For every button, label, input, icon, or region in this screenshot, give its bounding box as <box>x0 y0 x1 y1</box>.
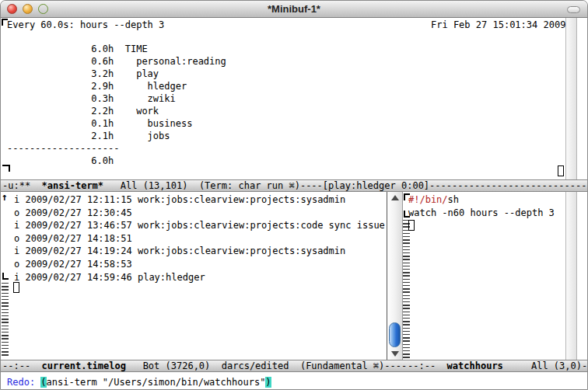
minibuffer[interactable]: Redo: (ansi-term "/Users/simon/bin/watch… <box>1 374 587 390</box>
script-scrollbar[interactable] <box>565 192 577 360</box>
scroll-up-arrow-icon[interactable] <box>391 195 399 200</box>
term-cursor <box>558 165 564 176</box>
modeline-ansi-term[interactable]: -u:** *ansi-term* All (13,101) (Term: ch… <box>1 179 588 192</box>
modeline-buffer-name[interactable]: current.timelog <box>42 360 126 371</box>
modeline-buffer-name[interactable]: watchhours <box>447 360 503 371</box>
timelog-cursor <box>13 282 19 293</box>
script-line-2[interactable]: watch -n60 hours --depth 3 <box>408 207 555 220</box>
scrollbar-thumb[interactable] <box>389 322 401 347</box>
window-title: *Minibuf-1* <box>1 3 587 15</box>
modeline-info: All (13,101) (Term: char run ⌘)----[play… <box>103 180 588 191</box>
script-line-1[interactable]: #!/bin/sh <box>408 193 459 207</box>
modeline-timelog[interactable]: --:-- current.timelog Bot (3726,0) darcs… <box>1 360 406 372</box>
modeline-prefix: --:-- <box>2 360 42 371</box>
watch-header-right: Fri Feb 27 15:01:34 2009 <box>431 19 565 30</box>
timelog-scrollbar[interactable] <box>387 192 403 360</box>
watch-header-left: Every 60.0s: hours --depth 3 <box>7 19 164 30</box>
shebang-cmd: sh <box>448 194 459 205</box>
modeline-info: Bot (3726,0) darcs/edited (Fundamental ⌘… <box>126 360 406 371</box>
modeline-watchhours[interactable]: --:-- watchhours All (3,0)-- <box>406 360 588 372</box>
fringe-bottom-corner-icon <box>2 165 10 172</box>
toolbar-toggle-button[interactable] <box>567 6 580 13</box>
fringe-up-arrow-icon: ↑ <box>2 193 8 202</box>
modeline-prefix: -u:** <box>2 180 42 191</box>
term-scrollbar[interactable] <box>565 18 577 179</box>
modeline-buffer-name[interactable]: *ansi-term* <box>42 180 103 191</box>
timelog-pane[interactable]: ↑ i 2009/02/27 12:11:15 work:jobs:clearv… <box>1 192 387 360</box>
hours-report[interactable]: 6.0h TIME 0.6h personal:reading 3.2h pla… <box>7 43 226 167</box>
script-cursor <box>408 220 415 231</box>
titlebar[interactable]: *Minibuf-1* <box>1 1 587 18</box>
empty-line-marks <box>403 220 410 358</box>
scroll-down-arrow-icon[interactable] <box>391 351 399 357</box>
emacs-window: *Minibuf-1* Every 60.0s: hours --depth 3… <box>0 0 588 390</box>
term-pane[interactable]: Every 60.0s: hours --depth 3 Fri Feb 27 … <box>1 18 565 179</box>
minibuffer-prompt: Redo: <box>7 377 40 388</box>
modeline-prefix: --:-- <box>408 360 447 371</box>
paren-match-close: ) <box>265 377 271 388</box>
minibuffer-command: ansi-term "/Users/simon/bin/watchhours" <box>47 377 266 388</box>
empty-line-marks <box>2 283 9 358</box>
fringe-eob-corner-icon <box>2 273 9 280</box>
modeline-info: All (3,0)-- <box>503 360 588 371</box>
script-pane[interactable]: #!/bin/sh watch -n60 hours --depth 3 <box>403 192 565 360</box>
shebang-comment: #!/bin/ <box>408 194 448 205</box>
paren-match-open: ( <box>40 377 46 388</box>
timelog-lines[interactable]: i 2009/02/27 12:11:15 work:jobs:clearvie… <box>14 193 385 284</box>
